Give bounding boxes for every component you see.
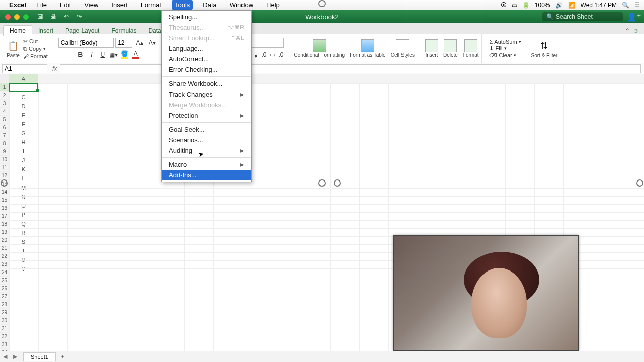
delete-icon[interactable] — [444, 39, 457, 52]
row-header[interactable]: 11 — [0, 164, 9, 172]
ribbon-collapse-icon[interactable]: ⌃ — [625, 27, 630, 34]
menu-help[interactable]: Help — [263, 0, 283, 10]
menu-icon[interactable]: ☰ — [634, 2, 640, 9]
increase-font-button[interactable]: A▴ — [134, 38, 145, 48]
decrease-decimal-button[interactable]: ←.0 — [273, 50, 284, 60]
screencast-icon[interactable]: ⦿ — [501, 2, 507, 9]
tools-autocorrect[interactable]: AutoCorrect... — [162, 54, 251, 64]
row-header[interactable]: 19 — [0, 228, 9, 236]
row-header[interactable]: 14 — [0, 188, 9, 196]
wifi-icon[interactable]: 📶 — [568, 2, 576, 9]
share-icon[interactable]: 👤⁺ — [627, 12, 641, 22]
menu-edit[interactable]: Edit — [57, 0, 74, 10]
smiley-icon[interactable]: ☺ — [633, 27, 639, 34]
sheet-nav-prev[interactable]: ◀ — [0, 353, 10, 360]
fill-color-button[interactable]: 🪣 — [119, 50, 130, 60]
select-all-corner[interactable] — [0, 74, 9, 83]
menu-window[interactable]: Window — [227, 0, 256, 10]
add-sheet-button[interactable]: ＋ — [60, 353, 65, 360]
font-name-select[interactable] — [58, 38, 114, 48]
undo-icon[interactable]: ↶ — [61, 12, 72, 21]
row-header[interactable]: 18 — [0, 220, 9, 228]
close-icon[interactable] — [5, 14, 11, 20]
cell-styles-icon[interactable] — [396, 39, 409, 52]
insert-icon[interactable] — [425, 39, 438, 52]
row-header[interactable]: 22 — [0, 252, 9, 260]
redo-icon[interactable]: ↷ — [74, 12, 85, 21]
row-header[interactable]: 17 — [0, 212, 9, 220]
decrease-font-button[interactable]: A▾ — [147, 38, 158, 48]
format-icon[interactable] — [464, 39, 477, 52]
row-header[interactable]: 6 — [0, 124, 9, 132]
row-header[interactable]: 1 — [0, 83, 9, 92]
fill-button[interactable]: ⬇Fill▾ — [489, 45, 521, 52]
tools-protection[interactable]: Protection▶ — [162, 110, 251, 121]
border-button[interactable]: ▦▾ — [108, 50, 119, 60]
autosum-button[interactable]: ΣAutoSum▾ — [489, 39, 521, 45]
tools-goal-seek[interactable]: Goal Seek... — [162, 124, 251, 135]
row-header[interactable]: 26 — [0, 285, 9, 293]
tools-error-checking[interactable]: Error Checking... — [162, 64, 251, 75]
sort-filter-icon[interactable]: ⇅ — [537, 39, 551, 53]
row-header[interactable]: 31 — [0, 325, 9, 333]
tools-scenarios[interactable]: Scenarios... — [162, 135, 251, 145]
row-header[interactable]: 3 — [0, 100, 9, 108]
tools-language[interactable]: Language... — [162, 43, 251, 54]
row-header[interactable]: 10 — [0, 156, 9, 164]
app-name[interactable]: Excel — [9, 1, 26, 9]
bold-button[interactable]: B — [75, 50, 86, 60]
clear-button[interactable]: ⌫Clear▾ — [489, 52, 521, 59]
volume-icon[interactable]: 🔊 — [555, 2, 563, 9]
zoom-icon[interactable] — [23, 14, 29, 20]
tools-add-ins[interactable]: Add-Ins... — [162, 170, 251, 180]
font-size-select[interactable] — [115, 38, 132, 48]
row-header[interactable]: 2 — [0, 92, 9, 100]
row-header[interactable]: 25 — [0, 277, 9, 285]
traffic-lights[interactable] — [0, 14, 34, 20]
format-painter-button[interactable]: 🖌Format — [23, 53, 48, 59]
format-as-table-icon[interactable] — [361, 39, 374, 52]
conditional-formatting-icon[interactable] — [313, 39, 326, 52]
column-headers[interactable]: ABCDEFGHIJKLMNOPQRSTUV — [0, 74, 644, 83]
copy-button[interactable]: ⧉Copy▾ — [23, 46, 48, 52]
tools-track-changes[interactable]: Track Changes▶ — [162, 89, 251, 100]
increase-decimal-button[interactable]: .0→ — [262, 50, 273, 60]
row-header[interactable]: 8 — [0, 140, 9, 148]
print-icon[interactable]: 🖶 — [48, 12, 59, 21]
comma-button[interactable]: ❟ — [251, 50, 262, 60]
menu-file[interactable]: File — [33, 0, 50, 10]
row-header[interactable]: 9 — [0, 148, 9, 156]
row-header[interactable]: 4 — [0, 108, 9, 116]
tools-share-workbook[interactable]: Share Workbook... — [162, 78, 251, 89]
row-header[interactable]: 23 — [0, 260, 9, 268]
tools-menu-dropdown[interactable]: Spelling...Thesaurus...⌥⌘RSmart Lookup..… — [161, 10, 252, 182]
row-header[interactable]: 16 — [0, 204, 9, 212]
sheet-nav-next[interactable]: ▶ — [10, 353, 20, 360]
menu-view[interactable]: View — [81, 0, 101, 10]
menu-insert[interactable]: Insert — [108, 0, 131, 10]
row-header[interactable]: 21 — [0, 244, 9, 252]
row-header[interactable]: 29 — [0, 309, 9, 317]
row-header[interactable]: 24 — [0, 268, 9, 277]
fx-icon[interactable]: fx — [52, 65, 57, 72]
row-header[interactable]: 28 — [0, 301, 9, 309]
row-header[interactable]: 5 — [0, 116, 9, 124]
sheet-tab[interactable]: Sheet1 — [23, 352, 56, 361]
search-sheet[interactable]: 🔍 Search Sheet — [542, 12, 623, 21]
battery-icon[interactable]: 🔋 — [522, 2, 530, 9]
menu-tools[interactable]: Tools — [172, 0, 193, 10]
font-color-button[interactable]: A — [130, 50, 141, 60]
row-header[interactable]: 32 — [0, 333, 9, 341]
row-header[interactable]: 33 — [0, 341, 9, 349]
tools-spelling[interactable]: Spelling... — [162, 12, 251, 22]
minimize-icon[interactable] — [14, 14, 20, 20]
row-header[interactable]: 7 — [0, 132, 9, 140]
row-header[interactable]: 27 — [0, 293, 9, 301]
spotlight-icon[interactable]: 🔍 — [622, 2, 629, 9]
menu-data[interactable]: Data — [200, 0, 219, 10]
italic-button[interactable]: I — [86, 50, 97, 60]
row-header[interactable]: 20 — [0, 236, 9, 244]
menu-format[interactable]: Format — [138, 0, 165, 10]
col-header[interactable]: A — [9, 74, 38, 83]
underline-button[interactable]: U — [97, 50, 108, 60]
